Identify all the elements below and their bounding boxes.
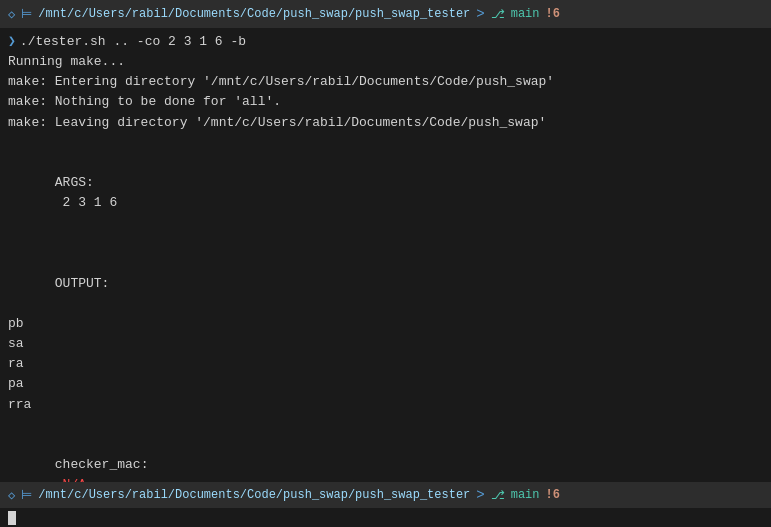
args-values: 2 3 1 6 bbox=[55, 195, 117, 210]
spacer-1 bbox=[8, 133, 763, 153]
tab-git-branch-icon: ⎇ bbox=[491, 7, 505, 22]
bottom-tab-git-branch-icon: ⎇ bbox=[491, 488, 505, 503]
output-line-running-make: Running make... bbox=[8, 52, 763, 72]
bottom-tab-arrow-icon: ⊨ bbox=[21, 487, 32, 503]
top-tab-bar: ◇ ⊨ /mnt/c/Users/rabil/Documents/Code/pu… bbox=[0, 0, 771, 28]
tab-bang: !6 bbox=[546, 7, 560, 21]
terminal-window: ◇ ⊨ /mnt/c/Users/rabil/Documents/Code/pu… bbox=[0, 0, 771, 527]
bottom-tab-bar: ◇ ⊨ /mnt/c/Users/rabil/Documents/Code/pu… bbox=[0, 482, 771, 508]
bottom-tab-bang: !6 bbox=[546, 488, 560, 502]
args-label: ARGS: bbox=[55, 175, 94, 190]
terminal-icon: ◇ bbox=[8, 7, 15, 22]
output-pb: pb bbox=[8, 314, 763, 334]
terminal-cursor bbox=[8, 511, 16, 525]
output-line-entering: make: Entering directory '/mnt/c/Users/r… bbox=[8, 72, 763, 92]
tab-path: /mnt/c/Users/rabil/Documents/Code/push_s… bbox=[38, 7, 470, 21]
cmd-arrow-icon: ❯ bbox=[8, 32, 16, 52]
output-ra: ra bbox=[8, 354, 763, 374]
spacer-3 bbox=[8, 415, 763, 435]
cursor-row bbox=[0, 508, 771, 527]
output-label: OUTPUT: bbox=[55, 276, 110, 291]
args-line: ARGS: 2 3 1 6 bbox=[8, 153, 763, 234]
tab-separator-icon: > bbox=[476, 6, 484, 22]
output-line-nothing: make: Nothing to be done for 'all'. bbox=[8, 92, 763, 112]
checker-mac-label: checker_mac: bbox=[55, 457, 149, 472]
output-sa: sa bbox=[8, 334, 763, 354]
bottom-terminal-icon: ◇ bbox=[8, 488, 15, 503]
tab-branch-label: main bbox=[511, 7, 540, 21]
output-pa: pa bbox=[8, 374, 763, 394]
tab-arrow-icon: ⊨ bbox=[21, 6, 32, 22]
output-label-line: OUTPUT: bbox=[8, 254, 763, 314]
terminal-content[interactable]: ❯ ./tester.sh .. -co 2 3 1 6 -b Running … bbox=[0, 28, 771, 482]
checker-mac-line: checker_mac: N/A bbox=[8, 435, 763, 482]
bottom-tab-separator-icon: > bbox=[476, 487, 484, 503]
bottom-tab-branch-label: main bbox=[511, 488, 540, 502]
spacer-2 bbox=[8, 233, 763, 253]
bottom-tab-path: /mnt/c/Users/rabil/Documents/Code/push_s… bbox=[38, 488, 470, 502]
command-text: ./tester.sh .. -co 2 3 1 6 -b bbox=[20, 32, 246, 52]
output-rra: rra bbox=[8, 395, 763, 415]
command-line: ❯ ./tester.sh .. -co 2 3 1 6 -b bbox=[8, 32, 763, 52]
output-line-leaving: make: Leaving directory '/mnt/c/Users/ra… bbox=[8, 113, 763, 133]
